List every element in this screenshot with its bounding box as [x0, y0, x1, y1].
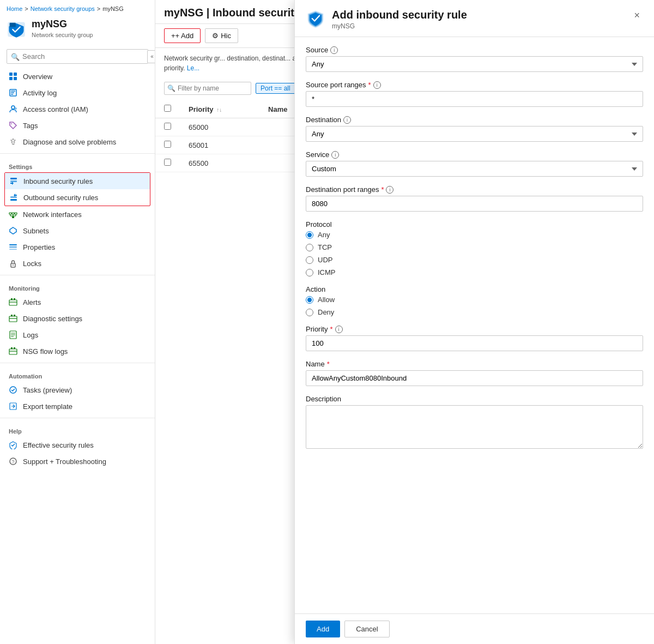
protocol-icmp-radio[interactable]: [306, 269, 313, 276]
svg-text:?: ?: [11, 459, 14, 465]
filter-by-name-input[interactable]: [164, 82, 251, 95]
service-info-icon[interactable]: i: [331, 151, 339, 159]
panel-close-button[interactable]: ×: [631, 9, 643, 22]
row-priority-cell: 65000: [180, 118, 259, 136]
row-checkbox-cell: [155, 118, 180, 136]
source-field-group: Source i Any: [306, 46, 643, 72]
sidebar-nav: Overview Activity log Access control (IA…: [0, 68, 155, 470]
protocol-label: Protocol: [306, 220, 643, 228]
sidebar-item-effective-rules[interactable]: Effective security rules: [0, 437, 155, 453]
action-allow-radio[interactable]: [306, 296, 313, 304]
breadcrumb-current: myNSG: [102, 5, 124, 12]
filter-input-wrap: 🔍: [164, 82, 251, 95]
sidebar-item-access-control-label: Access control (IAM): [23, 105, 88, 113]
protocol-radio-group: Any TCP UDP ICMP: [306, 231, 643, 276]
panel-title: Add inbound security rule: [332, 9, 467, 21]
svg-rect-35: [14, 298, 15, 300]
priority-info-icon[interactable]: i: [335, 326, 343, 333]
protocol-udp-radio[interactable]: [306, 256, 313, 264]
add-button[interactable]: + + Add: [164, 28, 201, 43]
sidebar-item-locks[interactable]: Locks: [0, 255, 155, 272]
action-allow-option[interactable]: Allow: [306, 296, 643, 304]
sidebar-item-properties[interactable]: Properties: [0, 239, 155, 255]
sidebar-item-export-template[interactable]: Export template: [0, 398, 155, 414]
panel-title-text: Add inbound security rule myNSG: [332, 9, 467, 30]
destination-select[interactable]: Any: [306, 126, 643, 142]
filter-tag-label: Port == all: [261, 85, 290, 92]
breadcrumb-home[interactable]: Home: [7, 5, 22, 12]
svg-rect-39: [14, 315, 15, 316]
table-header-priority[interactable]: Priority ↑↓: [180, 100, 259, 118]
filter-search-icon: 🔍: [167, 85, 175, 92]
sidebar-item-subnets[interactable]: Subnets: [0, 222, 155, 239]
svg-rect-4: [9, 77, 13, 80]
protocol-icmp-option[interactable]: ICMP: [306, 268, 643, 276]
row-checkbox[interactable]: [164, 123, 171, 130]
service-select[interactable]: Custom: [306, 161, 643, 177]
sidebar-item-tasks[interactable]: Tasks (preview): [0, 382, 155, 398]
sidebar-item-overview[interactable]: Overview: [0, 68, 155, 85]
panel-add-button[interactable]: Add: [306, 621, 340, 637]
search-input[interactable]: [7, 49, 148, 64]
row-checkbox[interactable]: [164, 159, 171, 166]
breadcrumb-nsg[interactable]: Network security groups: [31, 5, 95, 12]
breadcrumb-sep1: >: [25, 5, 28, 12]
svg-rect-2: [9, 73, 13, 76]
dest-port-ranges-label: Destination port ranges * i: [306, 185, 643, 194]
sidebar-item-logs[interactable]: Logs: [0, 327, 155, 343]
sidebar-item-activity-log[interactable]: Activity log: [0, 85, 155, 101]
sidebar-item-diagnostic-settings[interactable]: Diagnostic settings: [0, 310, 155, 327]
source-info-icon[interactable]: i: [330, 46, 338, 54]
protocol-tcp-radio[interactable]: [306, 244, 313, 251]
dest-port-info-icon[interactable]: i: [386, 186, 393, 194]
panel-cancel-button[interactable]: Cancel: [344, 621, 389, 637]
sidebar-item-locks-label: Locks: [23, 260, 41, 268]
protocol-any-option[interactable]: Any: [306, 231, 643, 239]
description-field-group: Description: [306, 395, 643, 450]
select-all-checkbox[interactable]: [164, 105, 171, 112]
protocol-tcp-option[interactable]: TCP: [306, 243, 643, 251]
collapse-button[interactable]: «: [147, 50, 155, 63]
description-textarea[interactable]: [306, 405, 643, 449]
priority-required-star: *: [330, 325, 332, 333]
svg-rect-47: [14, 347, 15, 349]
monitoring-section-label: Monitoring: [0, 279, 155, 294]
action-radio-group: Allow Deny: [306, 296, 643, 316]
protocol-any-radio[interactable]: [306, 231, 313, 239]
action-deny-radio[interactable]: [306, 309, 313, 316]
sidebar-item-alerts[interactable]: Alerts: [0, 294, 155, 310]
sidebar-item-network-interfaces-label: Network interfaces: [23, 210, 82, 219]
protocol-field-group: Protocol Any TCP UDP ICMP: [306, 220, 643, 276]
sidebar-item-inbound[interactable]: Inbound security rules: [5, 173, 150, 189]
dest-port-ranges-input[interactable]: [306, 196, 643, 212]
action-deny-option[interactable]: Deny: [306, 308, 643, 316]
svg-point-31: [13, 264, 14, 266]
priority-input[interactable]: [306, 335, 643, 351]
add-rule-panel: Add inbound security rule myNSG × Source…: [294, 0, 654, 644]
source-select[interactable]: Any: [306, 56, 643, 72]
sidebar-item-outbound-label: Outbound security rules: [23, 194, 98, 202]
sidebar-item-properties-label: Properties: [23, 243, 55, 251]
sidebar-item-nsg-flow-logs-label: NSG flow logs: [23, 347, 68, 356]
sidebar-item-nsg-flow-logs[interactable]: NSG flow logs: [0, 343, 155, 359]
name-input[interactable]: [306, 370, 643, 386]
sidebar-item-tags[interactable]: Tags: [0, 117, 155, 134]
automation-section-label: Automation: [0, 366, 155, 382]
sidebar-item-diagnose[interactable]: Diagnose and solve problems: [0, 134, 155, 150]
sidebar-item-tags-label: Tags: [23, 122, 38, 130]
source-port-info-icon[interactable]: i: [373, 81, 381, 89]
protocol-udp-option[interactable]: UDP: [306, 256, 643, 264]
sidebar-item-support[interactable]: ? Support + Troubleshooting: [0, 453, 155, 470]
subnets-icon: [9, 226, 17, 235]
sidebar-item-access-control[interactable]: Access control (IAM): [0, 101, 155, 117]
destination-info-icon[interactable]: i: [343, 116, 351, 124]
source-port-ranges-input[interactable]: [306, 91, 643, 107]
diagnose-icon: [9, 137, 17, 146]
sidebar-item-network-interfaces[interactable]: Network interfaces: [0, 206, 155, 222]
learn-more-link[interactable]: Le...: [187, 64, 199, 72]
sidebar-item-outbound[interactable]: Outbound security rules: [5, 189, 150, 206]
hic-icon: ⚙: [212, 32, 219, 40]
hic-button[interactable]: ⚙ Hic: [205, 28, 238, 43]
sidebar-item-export-template-label: Export template: [23, 402, 72, 411]
row-checkbox[interactable]: [164, 141, 171, 148]
